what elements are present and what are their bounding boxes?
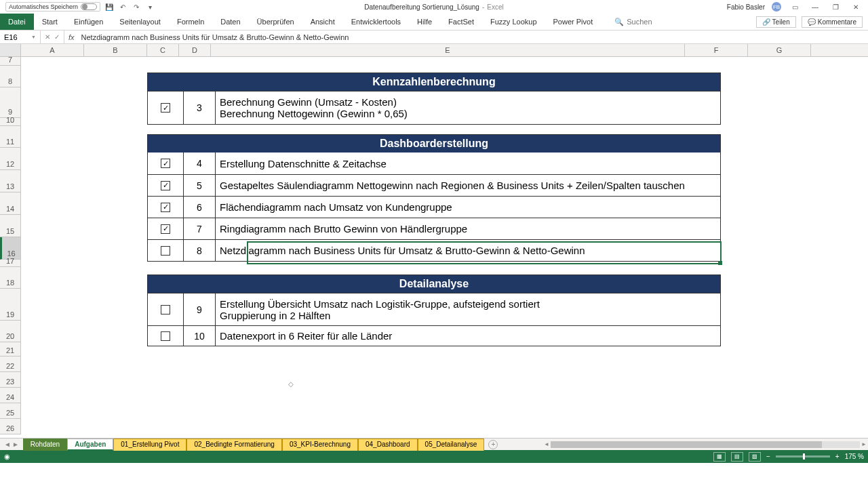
tab-entwicklertools[interactable]: Entwicklertools [343,14,409,30]
view-layout-icon[interactable]: ▤ [731,452,743,462]
table-detail: Detailanalyse 9 Erstellung Übersicht Ums… [147,274,721,346]
zoom-in-icon[interactable]: + [835,453,840,460]
table-header: Detailanalyse [148,275,720,293]
cancel-formula-icon[interactable]: ✕ [45,33,50,41]
sheet-nav-prev[interactable]: ◄ [4,441,11,448]
view-normal-icon[interactable]: ▦ [713,452,726,462]
sheet-tab-bar: ◄ ► RohdatenAufgaben01_Erstellung Pivot0… [0,438,868,450]
avatar[interactable]: FB [772,2,781,12]
comments-button[interactable]: 💬Kommentare [802,16,863,28]
formula-bar: E16 ▼ ✕ ✓ fx Netzdiagramm nach Business … [0,30,868,44]
row-header-19[interactable]: 19 [0,289,21,321]
step-text: Berechnung Gewinn (Umsatz - Kosten) Bere… [216,92,720,124]
add-sheet-button[interactable]: + [488,440,498,449]
close-icon[interactable]: ✕ [849,3,863,11]
tab-hilfe[interactable]: Hilfe [409,14,440,30]
row-header-25[interactable]: 25 [0,403,21,419]
checkbox[interactable]: ✓ [161,103,170,113]
tab-start[interactable]: Start [34,14,66,30]
horizontal-scrollbar[interactable]: ◄► [542,441,868,449]
row-header-17[interactable]: 17 [0,260,21,267]
tab-daten[interactable]: Daten [212,14,248,30]
accept-formula-icon[interactable]: ✓ [54,33,60,41]
step-number: 8 [184,240,216,261]
maximize-icon[interactable]: ❐ [829,3,842,11]
table-header: Dashboarderstellung [148,135,720,152]
row-header-23[interactable]: 23 [0,372,21,388]
ribbon-tabs: Datei StartEinfügenSeitenlayoutFormelnDa… [0,14,868,30]
row-header-15[interactable]: 15 [0,215,21,237]
redo-icon[interactable]: ↷ [132,2,141,12]
zoom-slider[interactable] [776,455,830,458]
row-header-7[interactable]: 7 [0,57,21,66]
row-header-22[interactable]: 22 [0,357,21,372]
sheet-tab-01-erstellung-pivot[interactable]: 01_Erstellung Pivot [113,439,186,451]
record-macro-icon[interactable]: ◉ [4,453,10,460]
step-text: Ringdiagramm nach Brutto Gewinn von Händ… [216,218,720,239]
row-header-12[interactable]: 12 [0,148,21,170]
row-header-9[interactable]: 9 [0,87,21,118]
tab-seitenlayout[interactable]: Seitenlayout [111,14,169,30]
qat-customize-icon[interactable]: ▾ [145,2,155,12]
select-all-corner[interactable] [0,44,21,56]
row-header-18[interactable]: 18 [0,267,21,289]
spreadsheet-grid[interactable]: 7891011121314151617181920212223242526 Ke… [0,57,868,438]
autosave-toggle[interactable]: Automatisches Speichern [5,2,100,12]
row-header-11[interactable]: 11 [0,126,21,148]
row-header-21[interactable]: 21 [0,342,21,357]
tab-fuzzy lookup[interactable]: Fuzzy Lookup [482,14,545,30]
sheet-nav-next[interactable]: ► [12,441,19,448]
tab-ansicht[interactable]: Ansicht [302,14,343,30]
chevron-down-icon: ▼ [31,35,36,39]
tab-factset[interactable]: FactSet [440,14,482,30]
col-header-E[interactable]: E [211,44,685,56]
checkbox[interactable] [161,331,170,341]
sheet-tab-04-dashboard[interactable]: 04_Dashboard [358,439,418,451]
step-number: 6 [184,197,216,218]
minimize-icon[interactable]: — [808,3,822,11]
col-header-D[interactable]: D [179,44,211,56]
save-icon[interactable]: 💾 [104,2,114,12]
row-header-24[interactable]: 24 [0,388,21,403]
checkbox[interactable]: ✓ [161,203,170,212]
row-header-8[interactable]: 8 [0,66,21,87]
share-button[interactable]: 🔗Teilen [756,16,796,28]
col-header-A[interactable]: A [21,44,84,56]
ribbon-display-icon[interactable]: ▭ [788,3,802,11]
checkbox[interactable]: ✓ [161,159,170,168]
tab-formeln[interactable]: Formeln [169,14,212,30]
row-header-10[interactable]: 10 [0,118,21,126]
sheet-tab-rohdaten[interactable]: Rohdaten [23,439,67,451]
name-box[interactable]: E16 ▼ [0,30,41,43]
tab-power pivot[interactable]: Power Pivot [545,14,601,30]
sheet-tab-02-bedingte-formatierung[interactable]: 02_Bedingte Formatierung [186,439,281,451]
zoom-out-icon[interactable]: − [766,453,770,460]
sheet-tab-05-detailanalyse[interactable]: 05_Detailanalyse [418,439,485,451]
search-icon: 🔍 [614,18,624,26]
document-title: Datenaufbereitung Sortierung_Lösung [364,3,479,11]
sheet-tab-03-kpi-berechnung[interactable]: 03_KPI-Berechnung [282,439,358,451]
sheet-tab-aufgaben[interactable]: Aufgaben [67,439,113,451]
formula-value[interactable]: Netzdiagramm nach Business Units für Ums… [79,33,352,41]
tab-file[interactable]: Datei [0,14,34,30]
fx-icon[interactable]: fx [64,33,79,41]
col-header-B[interactable]: B [84,44,147,56]
tab-überprüfen[interactable]: Überprüfen [249,14,302,30]
search-box[interactable]: 🔍 Suchen [614,18,652,26]
col-header-G[interactable]: G [748,44,811,56]
row-header-26[interactable]: 26 [0,419,21,434]
view-pagebreak-icon[interactable]: ▧ [749,452,761,462]
checkbox[interactable] [161,246,170,256]
checkbox[interactable]: ✓ [161,181,170,190]
tab-einfügen[interactable]: Einfügen [66,14,111,30]
step-text: Gestapeltes Säulendiagramm Nettogewinn n… [216,175,720,196]
col-header-F[interactable]: F [685,44,748,56]
row-header-13[interactable]: 13 [0,170,21,192]
row-header-20[interactable]: 20 [0,321,21,342]
zoom-level[interactable]: 175 % [845,453,864,460]
row-header-14[interactable]: 14 [0,192,21,215]
checkbox[interactable] [161,305,170,314]
checkbox[interactable]: ✓ [161,224,170,234]
undo-icon[interactable]: ↶ [118,2,127,12]
col-header-C[interactable]: C [147,44,179,56]
